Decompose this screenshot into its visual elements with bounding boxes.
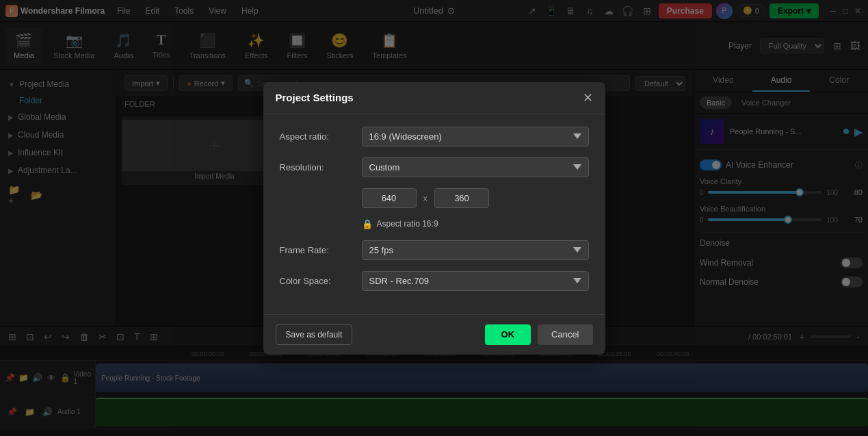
frame-rate-select[interactable]: 25 fps 24 fps 30 fps 60 fps — [362, 240, 589, 260]
color-space-label: Color Space: — [280, 276, 362, 286]
dialog-footer: Save as default OK Cancel — [263, 314, 605, 355]
resolution-select[interactable]: Custom 1920x1080 1280x720 — [362, 157, 589, 177]
resolution-row: Resolution: Custom 1920x1080 1280x720 — [280, 157, 589, 177]
dimension-row: x — [362, 188, 589, 208]
dialog-close-button[interactable]: ✕ — [583, 92, 593, 104]
dimension-separator: x — [423, 193, 428, 203]
aspect-lock-row: 🔒 Aspect ratio 16:9 — [362, 219, 589, 229]
frame-rate-label: Frame Rate: — [280, 245, 362, 255]
width-input[interactable] — [362, 188, 417, 208]
ok-button[interactable]: OK — [485, 324, 531, 345]
color-space-select[interactable]: SDR - Rec.709 HDR - Rec.2020 — [362, 271, 589, 291]
dialog-title: Project Settings — [276, 92, 354, 103]
dialog-body: Aspect ratio: 16:9 (Widescreen) 4:3 1:1 … — [263, 114, 605, 314]
cancel-button[interactable]: Cancel — [538, 324, 592, 345]
color-space-control: SDR - Rec.709 HDR - Rec.2020 — [362, 271, 589, 291]
aspect-lock-text: Aspect ratio 16:9 — [377, 219, 438, 229]
dialog-overlay: Project Settings ✕ Aspect ratio: 16:9 (W… — [0, 0, 868, 436]
aspect-ratio-control: 16:9 (Widescreen) 4:3 1:1 9:16 Custom — [362, 127, 589, 146]
dialog-header: Project Settings ✕ — [263, 82, 605, 114]
frame-rate-control: 25 fps 24 fps 30 fps 60 fps — [362, 240, 589, 260]
aspect-ratio-row: Aspect ratio: 16:9 (Widescreen) 4:3 1:1 … — [280, 127, 589, 146]
aspect-ratio-select[interactable]: 16:9 (Widescreen) 4:3 1:1 9:16 Custom — [362, 127, 589, 146]
aspect-ratio-label: Aspect ratio: — [280, 131, 362, 142]
color-space-row: Color Space: SDR - Rec.709 HDR - Rec.202… — [280, 271, 589, 291]
project-settings-dialog: Project Settings ✕ Aspect ratio: 16:9 (W… — [263, 82, 605, 355]
resolution-label: Resolution: — [280, 162, 362, 172]
height-input[interactable] — [434, 188, 489, 208]
save-default-button[interactable]: Save as default — [276, 324, 353, 345]
resolution-control: Custom 1920x1080 1280x720 — [362, 157, 589, 177]
lock-icon: 🔒 — [362, 219, 373, 229]
frame-rate-row: Frame Rate: 25 fps 24 fps 30 fps 60 fps — [280, 240, 589, 260]
